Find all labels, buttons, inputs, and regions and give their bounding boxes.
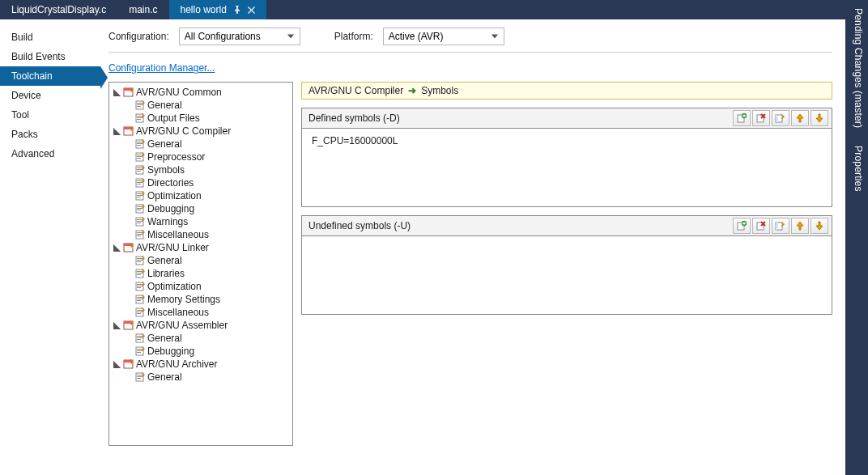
svg-rect-27 (137, 184, 141, 184)
svg-rect-35 (137, 210, 141, 210)
expander-icon[interactable] (113, 321, 121, 330)
tree-group[interactable]: AVR/GNU Assembler (113, 319, 291, 332)
remove-item-icon[interactable] (752, 110, 770, 126)
tree-group[interactable]: AVR/GNU Linker (113, 241, 291, 254)
tree-item[interactable]: Optimization (124, 189, 291, 202)
nav-packs[interactable]: Packs (0, 125, 100, 144)
tree-item[interactable]: Debugging (124, 345, 291, 358)
toolchain-panels: AVR/GNU CommonGeneralOutput FilesAVR/GNU… (108, 82, 832, 446)
svg-rect-80 (137, 376, 143, 377)
tree-item[interactable]: General (124, 99, 291, 112)
tree-item[interactable]: General (124, 371, 291, 384)
tab-project-properties[interactable]: hello world (169, 0, 266, 19)
svg-rect-53 (137, 274, 141, 275)
undefined-symbols-list[interactable] (302, 236, 832, 314)
toolchain-tree[interactable]: AVR/GNU CommonGeneralOutput FilesAVR/GNU… (108, 82, 293, 446)
nav-build[interactable]: Build (0, 28, 100, 47)
svg-rect-75 (137, 352, 141, 353)
svg-rect-23 (137, 171, 141, 172)
defined-symbol[interactable]: F_CPU=16000000L (310, 134, 823, 148)
tree-group-label: AVR/GNU Common (136, 86, 222, 99)
tab-file[interactable]: LiquidCrystalDisplay.c (0, 0, 117, 19)
expander-icon[interactable] (113, 88, 121, 97)
expander-icon[interactable] (113, 127, 121, 136)
tree-item-label: Libraries (147, 267, 185, 280)
tree-item[interactable]: Warnings (124, 215, 291, 228)
svg-rect-9 (137, 119, 141, 120)
svg-rect-63 (137, 310, 143, 311)
move-up-icon[interactable] (791, 110, 809, 126)
tree-item[interactable]: General (124, 254, 291, 267)
tab-file[interactable]: main.c (117, 0, 168, 19)
panel-pending-changes[interactable]: Pending Changes (master) (845, 0, 868, 136)
tree-group[interactable]: AVR/GNU C Compiler (113, 125, 291, 138)
panel-properties[interactable]: Properties (845, 138, 868, 200)
add-item-icon[interactable] (733, 218, 751, 234)
tree-group[interactable]: AVR/GNU Common (113, 86, 291, 99)
tree-item[interactable]: Debugging (124, 202, 291, 215)
tree-item[interactable]: General (124, 138, 291, 151)
pin-icon[interactable] (233, 6, 241, 14)
nav-tool[interactable]: Tool (0, 105, 100, 125)
svg-rect-39 (137, 223, 141, 223)
configuration-select[interactable]: All Configurations (179, 28, 300, 45)
tree-item[interactable]: Memory Settings (124, 293, 291, 306)
svg-rect-37 (137, 219, 143, 220)
tree-item[interactable]: Miscellaneous (124, 306, 291, 319)
property-page-icon (134, 333, 146, 344)
tree-item-label: Optimization (147, 280, 202, 293)
tree-item[interactable]: Output Files (124, 112, 291, 125)
config-row: Configuration: All Configurations Platfo… (108, 28, 832, 45)
configuration-manager-link[interactable]: Configuration Manager... (108, 62, 215, 74)
property-page-icon (134, 177, 146, 189)
tree-item[interactable]: Miscellaneous (124, 228, 291, 241)
properties-side-nav: Build Build Events Toolchain Device Tool… (0, 19, 100, 475)
edit-item-icon[interactable] (772, 218, 789, 234)
svg-rect-22 (137, 169, 143, 170)
breadcrumb-group: AVR/GNU C Compiler (308, 85, 403, 96)
tree-item[interactable]: Symbols (124, 163, 291, 176)
nav-build-events[interactable]: Build Events (0, 47, 100, 66)
move-up-icon[interactable] (791, 218, 809, 234)
undefined-symbols-toolbar (730, 216, 832, 235)
tree-item[interactable]: Optimization (124, 280, 291, 293)
defined-symbols-list[interactable]: F_CPU=16000000L (302, 129, 832, 206)
nav-toolchain[interactable]: Toolchain (0, 66, 100, 86)
toolchain-detail: AVR/GNU C Compiler ➜ Symbols Defined sym… (301, 82, 832, 446)
svg-rect-25 (137, 180, 143, 181)
undefined-symbols-group: Undefined symbols (-U) (301, 215, 832, 315)
property-page-icon (134, 229, 146, 240)
svg-rect-69 (137, 336, 143, 337)
editor-tabstrip: LiquidCrystalDisplay.c main.c hello worl… (0, 0, 868, 19)
move-down-icon[interactable] (811, 110, 828, 126)
tree-item[interactable]: Directories (124, 176, 291, 189)
expander-icon[interactable] (113, 360, 121, 369)
close-icon[interactable] (248, 6, 255, 14)
edit-item-icon[interactable] (772, 110, 789, 126)
tree-group[interactable]: AVR/GNU Archiver (113, 358, 291, 371)
right-docked-panels: Pending Changes (master) Properties (845, 0, 868, 475)
remove-item-icon[interactable] (752, 218, 770, 234)
svg-rect-51 (137, 271, 143, 272)
expander-icon[interactable] (113, 244, 121, 252)
tree-item[interactable]: Libraries (124, 267, 291, 280)
property-page-icon (134, 190, 146, 201)
svg-rect-43 (137, 235, 141, 236)
tree-item-label: Directories (147, 176, 194, 189)
nav-device[interactable]: Device (0, 86, 100, 105)
property-page-icon (134, 100, 146, 111)
nav-advanced[interactable]: Advanced (0, 144, 100, 163)
property-group-icon (123, 320, 134, 331)
tab-label: main.c (129, 4, 157, 15)
property-page-icon (134, 346, 146, 357)
svg-rect-7 (137, 116, 143, 117)
platform-select[interactable]: Active (AVR) (383, 28, 504, 45)
add-item-icon[interactable] (733, 110, 751, 126)
tree-item[interactable]: General (124, 332, 291, 345)
tree-item[interactable]: Preprocessor (124, 151, 291, 163)
svg-rect-13 (137, 142, 143, 142)
tree-item-label: Optimization (147, 189, 202, 202)
move-down-icon[interactable] (811, 218, 828, 234)
svg-rect-17 (137, 155, 143, 155)
svg-rect-49 (137, 261, 141, 262)
